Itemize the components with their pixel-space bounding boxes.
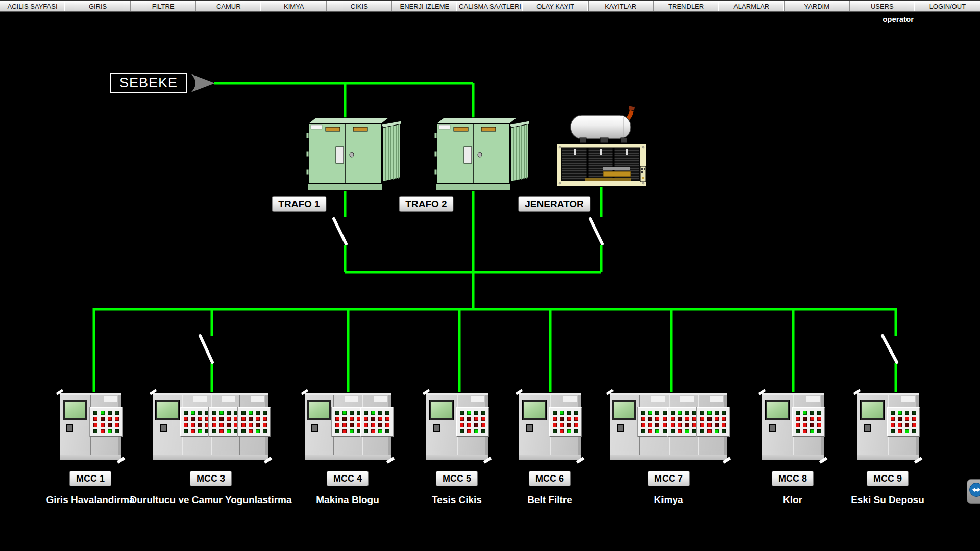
- remote-access-icon[interactable]: [967, 479, 980, 504]
- indicator-cell-bg: [898, 411, 902, 415]
- indicator-cell-r: [707, 429, 712, 433]
- indicator-cell-dr: [567, 423, 571, 427]
- indicator-board: [180, 407, 213, 437]
- mcc-screen-section: [426, 393, 457, 460]
- panel-button[interactable]: [526, 424, 533, 432]
- cabinet-face: [60, 393, 121, 460]
- indicator-cell-dg: [905, 411, 909, 415]
- section-tag: [193, 396, 207, 402]
- trafo1-button[interactable]: TRAFO 1: [272, 196, 326, 212]
- indicator-cell-dr: [685, 423, 689, 427]
- panel-button[interactable]: [617, 424, 624, 432]
- indicator-cell-dg: [335, 429, 339, 433]
- indicator-cell-r: [93, 423, 97, 427]
- indicator-board: [238, 407, 271, 437]
- indicator-board: [887, 407, 920, 437]
- indicator-cell-dr: [198, 423, 202, 427]
- panel-button[interactable]: [864, 424, 871, 432]
- indicator-cell-r: [371, 429, 375, 433]
- indicator-cell-dg: [567, 411, 571, 415]
- indicator-cell-bg: [467, 411, 471, 415]
- section-tag: [471, 396, 484, 402]
- indicator-cell-dr: [474, 423, 478, 427]
- mcc-button-mcc-1[interactable]: MCC 1: [69, 471, 111, 486]
- indicator-cell-r: [715, 417, 719, 421]
- mcc-screen-display: [767, 402, 788, 418]
- panel-button[interactable]: [66, 424, 74, 432]
- mcc-indicator-section: [211, 393, 240, 460]
- indicator-cell-dg: [378, 411, 382, 415]
- mcc-button-mcc-5[interactable]: MCC 5: [436, 471, 478, 486]
- indicator-cell-r: [722, 417, 726, 421]
- jenerator-button[interactable]: JENERATOR: [518, 196, 590, 212]
- indicator-cell-r: [342, 423, 347, 427]
- mcc-screen: [860, 400, 885, 420]
- indicator-cell-dr: [560, 417, 564, 421]
- indicator-cell-dg: [256, 411, 260, 415]
- trafo2-button[interactable]: TRAFO 2: [399, 196, 453, 212]
- indicator-cell-dg: [553, 411, 557, 415]
- indicator-cell-bg: [567, 429, 571, 433]
- mcc-indicator-section: [888, 393, 919, 460]
- indicator-cell-r: [912, 423, 916, 427]
- indicator-board: [697, 407, 729, 437]
- mcc-cabinet-mcc-9: [856, 392, 920, 461]
- indicator-cell-r: [184, 423, 188, 427]
- mcc-screen-display: [431, 402, 452, 418]
- mcc-screen: [522, 400, 547, 420]
- indicator-cell-dg: [481, 411, 485, 415]
- indicator-cell-r: [891, 417, 895, 421]
- indicator-cell-bg: [560, 411, 564, 415]
- indicator-cell-bg: [803, 411, 807, 415]
- indicator-cell-dg: [796, 411, 800, 415]
- mcc-button-mcc-3[interactable]: MCC 3: [190, 471, 232, 486]
- indicator-cell-dg: [460, 411, 464, 415]
- panel-button[interactable]: [311, 424, 318, 432]
- mcc-screen-display: [157, 402, 178, 418]
- indicator-cell-r: [249, 423, 253, 427]
- mcc-button-mcc-7[interactable]: MCC 7: [648, 471, 690, 486]
- mcc-screen: [765, 400, 790, 420]
- indicator-cell-dr: [249, 417, 253, 421]
- indicator-cell-r: [256, 417, 260, 421]
- indicator-cell-r: [553, 417, 557, 421]
- indicator-cell-dr: [101, 417, 105, 421]
- indicator-cell-r: [342, 429, 347, 433]
- indicator-cell-bg: [378, 429, 382, 433]
- indicator-cell-dg: [641, 429, 645, 433]
- indicator-cell-r: [567, 417, 571, 421]
- mcc-screen-display: [524, 402, 545, 418]
- panel-button[interactable]: [433, 424, 440, 432]
- indicator-cell-r: [663, 423, 667, 427]
- mcc-button-mcc-6[interactable]: MCC 6: [529, 471, 571, 486]
- cabinet-face: [610, 393, 727, 460]
- indicator-cell-bg: [101, 411, 105, 415]
- indicator-cell-r: [560, 429, 564, 433]
- mcc-button-mcc-4[interactable]: MCC 4: [327, 471, 369, 486]
- section-tag: [564, 396, 577, 402]
- mcc-indicator-section: [182, 393, 211, 460]
- indicator-cell-dg: [115, 429, 119, 433]
- mcc-name-mcc-5: Tesis Cikis: [432, 494, 482, 506]
- cabinet-face: [762, 393, 824, 460]
- indicator-cell-dr: [256, 423, 260, 427]
- indicator-cell-r: [553, 423, 557, 427]
- panel-button[interactable]: [160, 424, 167, 432]
- indicator-cell-dg: [692, 429, 696, 433]
- mcc-button-mcc-9[interactable]: MCC 9: [867, 471, 909, 486]
- indicator-cell-dg: [474, 411, 478, 415]
- indicator-cell-r: [700, 423, 704, 427]
- mcc-button-mcc-8[interactable]: MCC 8: [772, 471, 814, 486]
- indicator-cell-r: [249, 429, 253, 433]
- section-tag: [251, 396, 264, 402]
- indicator-cell-r: [481, 417, 485, 421]
- indicator-cell-dg: [671, 429, 675, 433]
- indicator-cell-r: [678, 423, 682, 427]
- panel-button[interactable]: [769, 424, 776, 432]
- mcc-cabinet-mcc-5: [425, 392, 489, 461]
- mcc-indicator-section: [239, 393, 268, 460]
- breaker-open-jenerator-feeder: [590, 219, 602, 244]
- indicator-cell-dg: [810, 411, 814, 415]
- mcc-indicator-section: [333, 393, 362, 460]
- indicator-cell-dr: [678, 417, 682, 421]
